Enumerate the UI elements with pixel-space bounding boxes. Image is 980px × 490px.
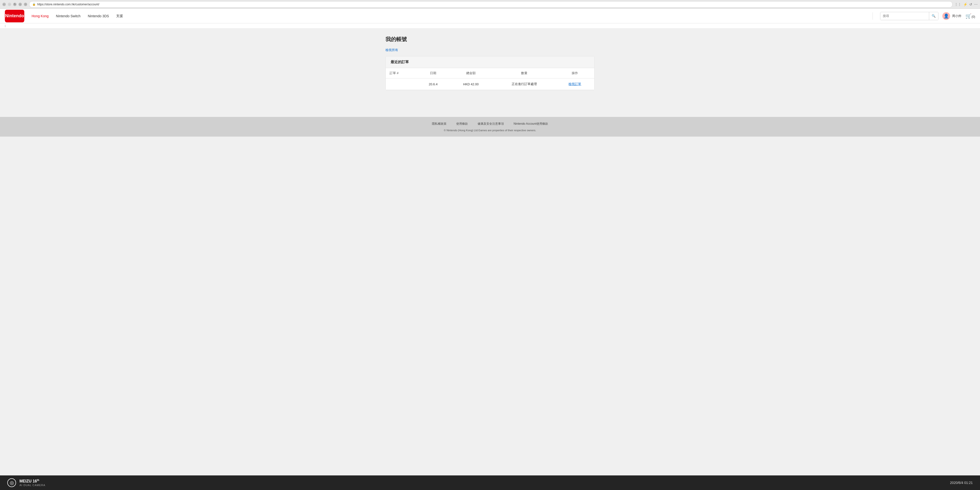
col-date: 日期 <box>418 68 449 78</box>
page-title: 我的帳號 <box>385 36 595 43</box>
phone-brand-area: ◎ MEIZU 16th AI DUAL CAMERA <box>7 478 45 487</box>
cart-count: (0) <box>972 15 975 19</box>
avatar: 👤 <box>942 12 950 20</box>
search-bar[interactable]: 🔍 <box>880 12 939 20</box>
footer-link-health[interactable]: 健康及安全注意事項 <box>477 122 504 126</box>
footer-link-privacy[interactable]: 隱私權政策 <box>432 122 447 126</box>
cell-date: 20.6.4 <box>418 78 449 90</box>
extensions-icon[interactable]: ⚡ <box>963 2 967 6</box>
header-row: 訂單 # 日期 總金額 數量 操作 <box>386 68 594 78</box>
user-area[interactable]: 👤 周小炸 <box>942 12 961 20</box>
phone-camera-label: AI DUAL CAMERA <box>19 484 45 487</box>
table-header: 訂單 # 日期 總金額 數量 操作 <box>386 68 594 78</box>
home-button[interactable]: ⌂ <box>19 3 22 6</box>
nav-right: 🔍 👤 周小炸 🛒(0) <box>880 12 975 20</box>
browser-controls: ⋮⋮ ⚡ ↺ ⋯ <box>955 2 978 6</box>
camera-icon: ◎ <box>7 478 16 487</box>
nav-item-3ds[interactable]: Nintendo 3DS <box>88 14 109 18</box>
phone-model: MEIZU 16th <box>19 479 45 484</box>
search-button[interactable]: 🔍 <box>929 12 938 20</box>
col-order-num: 訂單 # <box>386 68 418 78</box>
phone-datetime: 2020/6/4 01:21 <box>950 481 973 485</box>
url-text: https://store.nintendo.com.hk/customer/a… <box>37 3 950 6</box>
footer-link-account-terms[interactable]: Nintendo Account使用條款 <box>514 122 548 126</box>
address-bar[interactable]: 🔒 https://store.nintendo.com.hk/customer… <box>29 1 953 8</box>
footer-link-terms[interactable]: 使用條款 <box>456 122 468 126</box>
search-icon: 🔍 <box>932 14 936 18</box>
nav-item-support[interactable]: 支援 <box>116 14 123 18</box>
footer-links: 隱私權政策 使用條款 健康及安全注意事項 Nintendo Account使用條… <box>5 122 975 126</box>
footer: 隱私權政策 使用條款 健康及安全注意事項 Nintendo Account使用條… <box>0 117 980 137</box>
cell-action: 檢視訂單 <box>555 78 594 90</box>
orders-table: 訂單 # 日期 總金額 數量 操作 20.6.4 HKD 42.00 正在進行訂… <box>386 68 594 90</box>
forward-button[interactable]: → <box>8 3 11 6</box>
nav-links: Hong Kong Nintendo Switch Nintendo 3DS 支… <box>32 14 865 18</box>
lock-icon: 🔒 <box>32 3 36 6</box>
orders-panel: 最近的訂單 訂單 # 日期 總金額 數量 操作 20.6.4 HKD 42.00… <box>385 56 595 90</box>
sync-icon[interactable]: ↺ <box>969 2 972 6</box>
orders-panel-title: 最近的訂單 <box>386 56 594 68</box>
table-row: 20.6.4 HKD 42.00 正在進行訂單處理 檢視訂單 <box>386 78 594 90</box>
cell-quantity: 正在進行訂單處理 <box>493 78 555 90</box>
view-order-link[interactable]: 檢視訂單 <box>568 82 581 86</box>
cell-total: HKD 42.00 <box>449 78 493 90</box>
sub-indicator: | <box>0 23 980 29</box>
col-total: 總金額 <box>449 68 493 78</box>
nav-item-region[interactable]: Hong Kong <box>32 14 49 18</box>
refresh-button[interactable]: ↻ <box>13 3 16 6</box>
cell-order-num <box>386 78 418 90</box>
browser-chrome: ← → ↻ ⌂ ☆ 🔒 https://store.nintendo.com.h… <box>0 0 980 9</box>
col-quantity: 數量 <box>493 68 555 78</box>
sub-indicator-text: | <box>5 24 6 27</box>
nintendo-logo[interactable]: Nintendo <box>5 10 24 22</box>
table-body: 20.6.4 HKD 42.00 正在進行訂單處理 檢視訂單 <box>386 78 594 90</box>
navbar: Nintendo Hong Kong Nintendo Switch Ninte… <box>0 9 980 23</box>
cart-icon[interactable]: 🛒(0) <box>966 13 975 19</box>
user-name: 周小炸 <box>952 14 961 18</box>
back-button[interactable]: ← <box>2 3 6 6</box>
main-content: 我的帳號 檢視所有 最近的訂單 訂單 # 日期 總金額 數量 操作 20.6.4… <box>380 29 599 97</box>
nav-item-switch[interactable]: Nintendo Switch <box>56 14 80 18</box>
menu-icon[interactable]: ⋮⋮ <box>955 2 961 6</box>
col-actions: 操作 <box>555 68 594 78</box>
settings-icon[interactable]: ⋯ <box>974 2 978 6</box>
search-input[interactable] <box>880 12 929 20</box>
bookmark-button[interactable]: ☆ <box>24 3 27 6</box>
phone-brand-text: MEIZU 16th AI DUAL CAMERA <box>19 479 45 486</box>
view-all-link[interactable]: 檢視所有 <box>385 48 398 52</box>
phone-overlay: ◎ MEIZU 16th AI DUAL CAMERA 2020/6/4 01:… <box>0 476 980 490</box>
footer-copyright: © Nintendo (Hong Kong) Ltd.Games are pro… <box>5 129 975 132</box>
